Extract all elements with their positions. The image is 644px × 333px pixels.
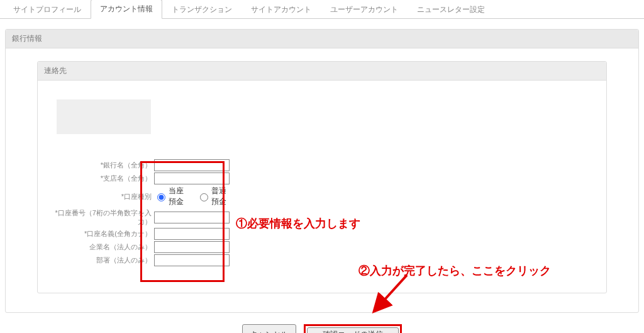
label-department: 部署（法人のみ）	[50, 256, 154, 264]
contact-sub-panel: 連絡先 *銀行名（全角） *支店名（全角） *口座種別	[37, 61, 607, 293]
bank-info-panel: 銀行情報 連絡先 *銀行名（全角） *支店名（全角） *口座種別	[5, 29, 639, 313]
tab-newsletter[interactable]: ニュースレター設定	[408, 0, 494, 19]
input-bank-name[interactable]	[154, 159, 230, 171]
input-account-holder[interactable]	[154, 228, 230, 240]
input-account-number[interactable]	[154, 212, 230, 223]
label-branch-name: *支店名（全角）	[50, 174, 154, 183]
tab-account-info[interactable]: アカウント情報	[91, 0, 162, 19]
input-department[interactable]	[154, 254, 230, 266]
sub-panel-title: 連絡先	[38, 62, 606, 81]
annotation-step2: ②入力が完了したら、ここをクリック	[358, 263, 551, 278]
input-branch-name[interactable]	[154, 172, 230, 184]
input-company-name[interactable]	[154, 241, 230, 253]
radio-savings[interactable]	[200, 193, 208, 201]
tab-user-account[interactable]: ユーザーアカウント	[321, 0, 408, 19]
radio-option-savings[interactable]: 普通預金	[197, 186, 233, 207]
cancel-button[interactable]: キャンセル	[242, 324, 296, 333]
radio-checking-label: 当座預金	[169, 186, 191, 207]
label-account-number: *口座番号（7桁の半角数字を入力）	[50, 208, 154, 227]
image-placeholder	[57, 99, 151, 134]
buttons-row: キャンセル 確認コードの送信	[0, 313, 644, 333]
highlight-box-send: 確認コードの送信	[304, 324, 402, 333]
tab-bar: サイトプロフィール アカウント情報 トランザクション サイトアカウント ユーザー…	[0, 0, 644, 19]
label-company-name: 企業名（法人のみ）	[50, 242, 154, 251]
tab-site-profile[interactable]: サイトプロフィール	[4, 0, 91, 19]
tab-site-account[interactable]: サイトアカウント	[242, 0, 321, 19]
label-account-type: *口座種別	[50, 192, 154, 201]
annotation-step1: ①必要情報を入力します	[236, 216, 360, 231]
radio-option-checking[interactable]: 当座預金	[154, 186, 191, 207]
label-bank-name: *銀行名（全角）	[50, 161, 154, 169]
panel-title: 銀行情報	[6, 30, 638, 48]
radio-savings-label: 普通預金	[211, 186, 233, 207]
send-code-button[interactable]: 確認コードの送信	[307, 327, 399, 333]
label-account-holder: *口座名義(全角カナ）	[50, 229, 154, 238]
tab-transactions[interactable]: トランザクション	[162, 0, 242, 19]
radio-checking[interactable]	[157, 193, 165, 201]
